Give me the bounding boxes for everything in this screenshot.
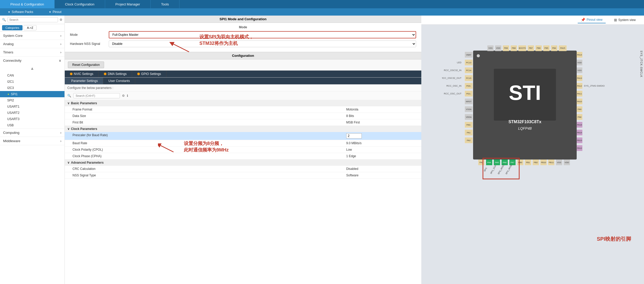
sidebar-item-can[interactable]: CAN <box>0 72 64 79</box>
param-value-crc: Disabled <box>344 166 421 172</box>
svg-text:SPI1: SPI1 <box>483 167 488 172</box>
section-header-analog[interactable]: Analog › <box>0 40 64 48</box>
tab-nvic-settings[interactable]: NVIC Settings <box>65 71 99 77</box>
param-value-cpol: Low <box>344 147 421 153</box>
section-analog: Analog › <box>0 40 64 48</box>
sidebar-tab-bar: Categories A->Z <box>0 24 64 32</box>
section-header-middleware[interactable]: Middleware › <box>0 137 64 145</box>
tab-bar: NVIC Settings DMA Settings GPIO Settings <box>65 71 421 78</box>
svg-text:RCC_OSC_OUT: RCC_OSC_OUT <box>444 92 462 95</box>
sidebar-item-usart3[interactable]: USART3 <box>0 116 64 122</box>
settings-icon[interactable]: ⚙ <box>60 18 62 22</box>
param-value-baud-rate: 9.0 MBits/s <box>344 140 421 146</box>
sidebar-item-spi1[interactable]: ✦ SPI1 <box>0 91 64 97</box>
svg-text:VDD: VDD <box>565 161 569 164</box>
mode-annotation: 设置SPI为双向主机模式， STM32将作为主机 <box>189 34 254 47</box>
search-icon-params: 🔍 <box>67 94 71 98</box>
config-buttons: Reset Configuration <box>65 59 421 71</box>
tab-gpio-settings[interactable]: GPIO Settings <box>132 71 167 77</box>
svg-text:SYS_JTMS-SWDIO: SYS_JTMS-SWDIO <box>584 85 605 87</box>
sidebar-item-i2c1[interactable]: I2C1 <box>0 79 64 85</box>
svg-text:PA14: PA14 <box>577 54 582 56</box>
nav-clock-config[interactable]: Clock Configuration <box>55 0 105 8</box>
tab-user-constants[interactable]: User Constants <box>103 78 135 84</box>
sidebar-item-usb[interactable]: USB <box>0 122 64 128</box>
tab-categories[interactable]: Categories <box>2 25 23 30</box>
param-value-nss-signal: Software <box>344 172 421 178</box>
svg-text:PB4: PB4 <box>552 47 556 49</box>
svg-text:PB5: PB5 <box>544 47 548 49</box>
params-search-input[interactable] <box>73 93 120 98</box>
spi-mode-config: SPI1 Mode and Configuration Mode Mode Fu… <box>65 16 421 52</box>
svg-text:RCC_OSC32_OUT: RCC_OSC32_OUT <box>442 77 461 79</box>
mode-select[interactable]: Full-Duplex Master <box>109 31 416 38</box>
svg-text:PB15: PB15 <box>577 124 582 126</box>
section-timers: Timers › <box>0 48 64 57</box>
svg-text:PB12: PB12 <box>577 147 582 149</box>
nav-pinout-config[interactable]: Pinout & Configuration <box>0 0 55 8</box>
section-header-computing[interactable]: Computing › <box>0 129 64 137</box>
section-header-system-core[interactable]: System Core › <box>0 32 64 40</box>
tab-pinout-view[interactable]: 📌 Pinout view <box>578 17 605 23</box>
svg-text:VDDA: VDDA <box>466 116 472 118</box>
sidebar-item-usart1[interactable]: USART1 <box>0 103 64 110</box>
sidebar-item-usart2[interactable]: USART2 <box>0 110 64 116</box>
param-row-frame-format: Frame Format Motorola <box>65 106 421 113</box>
nav-project-manager[interactable]: Project Manager <box>105 0 151 8</box>
svg-text:PA5: PA5 <box>495 161 499 164</box>
svg-point-5 <box>477 54 480 57</box>
section-computing: Computing › <box>0 129 64 137</box>
basic-params-header[interactable]: ∨ Basic Parameters <box>65 100 421 106</box>
section-header-timers[interactable]: Timers › <box>0 48 64 56</box>
sidebar-item-i2c3[interactable]: I2C3 <box>0 85 64 91</box>
svg-text:PA12: PA12 <box>577 85 582 87</box>
config-title: Configuration <box>65 52 421 59</box>
tab-dma-settings[interactable]: DMA Settings <box>99 71 132 77</box>
nss-select[interactable]: Disable <box>109 40 416 47</box>
param-row-cpol: Clock Polarity (CPOL) Low <box>65 147 421 153</box>
reset-config-button[interactable]: Reset Configuration <box>68 61 104 68</box>
svg-text:PA0-: PA0- <box>466 124 471 126</box>
chip-diagram-area: SYS_JTCK-SWCLK STI STM32F103C8Tx LQFP48 <box>421 25 644 284</box>
tab-system-view[interactable]: ⊞ System view <box>611 17 639 23</box>
clock-params-header[interactable]: ∨ Clock Parameters <box>65 126 421 132</box>
svg-text:PB1: PB1 <box>526 161 530 164</box>
nav-tools[interactable]: Tools <box>151 0 179 8</box>
param-row-first-bit: First Bit MSB First <box>65 119 421 126</box>
chevron-right-icon: › <box>60 131 61 135</box>
svg-text:PC15: PC15 <box>466 77 472 79</box>
svg-text:PA2: PA2 <box>467 139 471 142</box>
sub-tab-bar: Parameter Settings User Constants <box>65 78 421 85</box>
sys-jtck-label: SYS_JTCK-SWCLK <box>640 51 643 77</box>
svg-text:PA11: PA11 <box>577 93 582 95</box>
chevron-right-icon: › <box>60 42 61 46</box>
svg-text:STI: STI <box>509 81 541 104</box>
nav-software-packs[interactable]: ▼ Software Packs <box>0 8 41 16</box>
prescaler-input[interactable] <box>346 133 362 138</box>
section-header-connectivity[interactable]: Connectivity ∨ <box>0 57 64 65</box>
param-value-prescaler[interactable] <box>344 132 421 140</box>
sidebar-item-spi2[interactable]: SPI2 <box>0 97 64 103</box>
param-name-crc: CRC Calculation <box>65 166 344 172</box>
svg-text:PB6: PB6 <box>537 47 541 49</box>
svg-text:VBAT: VBAT <box>466 54 471 56</box>
svg-text:VSSA: VSSA <box>466 108 472 110</box>
section-system-core: System Core › <box>0 32 64 40</box>
nav-pinout-dropdown[interactable]: ▼ Pinout <box>41 8 69 16</box>
tab-parameter-settings[interactable]: Parameter Settings <box>65 78 103 84</box>
info-icon-params[interactable]: ℹ <box>127 94 128 98</box>
svg-text:PC14: PC14 <box>466 69 472 72</box>
settings-icon-params[interactable]: ⚙ <box>122 94 125 98</box>
left-sidebar: 🔍 ⚙ Categories A->Z System Core › Analog… <box>0 16 65 284</box>
svg-text:VDD: VDD <box>577 61 582 64</box>
second-navigation: ▼ Software Packs ▼ Pinout <box>0 8 644 16</box>
param-row-prescaler: Prescaler (for Baud Rate) <box>65 132 421 140</box>
param-row-cpha: Clock Phase (CPHA) 1 Edge <box>65 153 421 160</box>
chevron-down-icon-basic: ∨ <box>67 101 70 105</box>
chevron-right-icon: › <box>60 34 61 38</box>
section-connectivity: Connectivity ∨ ▲ CAN I2C1 I2C3 ✦ SPI1 SP… <box>0 57 64 129</box>
sidebar-search-input[interactable] <box>8 17 58 22</box>
svg-text:VSS: VSS <box>577 69 582 72</box>
tab-a-to-z[interactable]: A->Z <box>24 25 37 30</box>
advanced-params-header[interactable]: ∨ Advanced Parameters <box>65 160 421 166</box>
